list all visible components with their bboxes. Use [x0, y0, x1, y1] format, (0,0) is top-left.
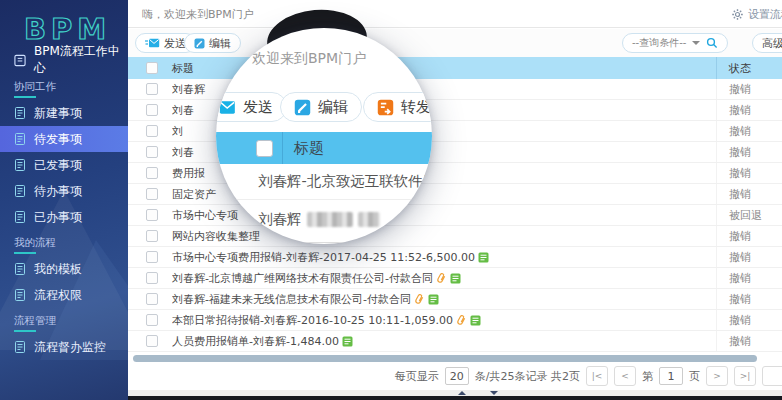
lens-table-header: 标题 [216, 132, 432, 164]
pagination-bar: 每页显示 20 条/共25条记录 共2页 |< < 第 1 页 > >| [128, 363, 782, 389]
first-page-button[interactable]: |< [586, 366, 608, 386]
magnifier-lens: 欢迎来到BPM门户 发送 编辑 [216, 28, 432, 244]
search-icon[interactable] [706, 37, 718, 49]
horizontal-scrollbar[interactable] [133, 355, 757, 362]
lens-greeting-text: 欢迎来到BPM门户 [252, 50, 366, 68]
sidebar-item[interactable]: 流程权限 [0, 282, 128, 308]
row-title[interactable]: 刘春辉-福建未来无线信息技术有限公司-付款合同 [172, 292, 411, 307]
row-status: 撤销 [716, 100, 782, 120]
lens-send-label: 发送 [243, 98, 273, 117]
collapse-down-icon[interactable] [490, 391, 498, 395]
advanced-query-button[interactable]: 高级查询 [752, 33, 782, 53]
row-status: 撤销 [716, 79, 782, 99]
sidebar: BPM BPM流程工作中心 协同工作 新建事项 待发事项 已发事项 待办事项 [0, 0, 128, 400]
edit-button[interactable]: 编辑 [184, 33, 241, 53]
sidebar-item-process-center[interactable]: BPM流程工作中心 [0, 46, 128, 74]
table-row[interactable]: 刘春辉-福建未来无线信息技术有限公司-付款合同 撤销 [128, 289, 782, 310]
clipped-pagination-button[interactable] [762, 366, 782, 386]
collapse-up-icon[interactable] [458, 391, 466, 395]
row-title[interactable]: 刘春 [172, 103, 194, 118]
sidebar-item[interactable]: 待办事项 [0, 178, 128, 204]
row-title[interactable]: 刘 [172, 124, 183, 139]
sidebar-item[interactable]: 我的模板 [0, 256, 128, 282]
row-status: 撤销 [716, 331, 782, 351]
form-icon [450, 273, 461, 284]
table-row[interactable]: 人员费用报销单-刘春辉-1,484.00 撤销 [128, 331, 782, 352]
table-row[interactable]: 刘春辉-北京博越广维网络技术有限责任公司-付款合同 撤销 [128, 268, 782, 289]
gear-icon [732, 9, 743, 20]
row-status: 撤销 [716, 142, 782, 162]
row-checkbox[interactable] [146, 293, 158, 305]
row-checkbox[interactable] [146, 314, 158, 326]
row-title[interactable]: 费用报 [172, 166, 205, 181]
prev-page-button[interactable]: < [614, 366, 636, 386]
row-title[interactable]: 市场中心专项 [172, 208, 238, 223]
sidebar-item[interactable]: 待发事项 [0, 126, 128, 152]
table-row[interactable]: 市场中心专项费用报销-刘春辉-2017-04-25 11:52-6,500.00… [128, 247, 782, 268]
row-checkbox[interactable] [146, 335, 158, 347]
sidebar-item[interactable]: 已办事项 [0, 204, 128, 230]
lens-forward-button: 转发 [363, 92, 432, 122]
sidebar-section-label: 协同工作 [0, 74, 128, 100]
send-icon [145, 38, 160, 48]
table-row[interactable]: 市场中心专项被回退 [128, 205, 782, 226]
sidebar-item-label: 已发事项 [34, 157, 82, 174]
select-all-checkbox[interactable] [146, 62, 158, 74]
next-page-button[interactable]: > [706, 366, 728, 386]
sidebar-item-label: 新建事项 [34, 105, 82, 122]
row-title[interactable]: 市场中心专项费用报销-刘春辉-2017-04-25 11:52-6,500.00 [172, 250, 475, 265]
row-checkbox[interactable] [146, 83, 158, 95]
table-header: 标题 状态 [128, 57, 782, 79]
row-checkbox[interactable] [146, 209, 158, 221]
row-title[interactable]: 人员费用报销单-刘春辉-1,484.00 [172, 334, 339, 349]
row-title[interactable]: 刘春 [172, 145, 194, 160]
row-title[interactable]: 固定资产 [172, 187, 216, 202]
lens-row-title: 刘春辉-北京致远互联软件股 [258, 172, 432, 191]
redacted-text-block [307, 212, 353, 227]
column-header-status: 状态 [716, 57, 782, 79]
document-icon [14, 289, 26, 301]
per-page-input[interactable]: 20 [445, 367, 469, 385]
row-status: 撤销 [716, 163, 782, 183]
document-icon [14, 107, 26, 119]
bpm-logo: BPM [0, 0, 128, 46]
row-title[interactable]: 刘春辉 [172, 82, 205, 97]
sidebar-item[interactable]: 已发事项 [0, 152, 128, 178]
sidebar-item-label: BPM流程工作中心 [34, 43, 128, 77]
advanced-query-label: 高级查询 [762, 36, 782, 51]
sidebar-item[interactable]: 新建事项 [0, 100, 128, 126]
main-panel: 发送 编辑 --查询条件-- 高级查询 [128, 29, 782, 400]
row-checkbox[interactable] [146, 272, 158, 284]
row-checkbox[interactable] [146, 125, 158, 137]
form-icon [470, 315, 481, 326]
lens-send-button: 发送 [216, 92, 287, 122]
table-row[interactable]: 网站内容收集整理撤销 [128, 226, 782, 247]
bpm-portal-window: BPM BPM流程工作中心 协同工作 新建事项 待发事项 已发事项 待办事项 [0, 0, 782, 400]
row-title[interactable]: 网站内容收集整理 [172, 229, 260, 244]
document-icon [14, 185, 26, 197]
sidebar-section-label: 流程管理 [0, 308, 128, 334]
row-title[interactable]: 刘春辉-北京博越广维网络技术有限责任公司-付款合同 [172, 271, 433, 286]
last-page-button[interactable]: >| [734, 366, 756, 386]
row-checkbox[interactable] [146, 167, 158, 179]
page-label-prefix: 第 [642, 369, 653, 384]
row-checkbox[interactable] [146, 230, 158, 242]
query-condition-dropdown[interactable]: --查询条件-- [622, 33, 728, 53]
lens-edit-label: 编辑 [318, 98, 348, 117]
table-row[interactable]: 本部日常招待报销-刘春辉-2016-10-25 10:11-1,059.00 撤… [128, 310, 782, 331]
row-checkbox[interactable] [146, 251, 158, 263]
document-icon [14, 133, 26, 145]
topbar: 嗨，欢迎来到BPM门户 设置流程主题空间 [128, 0, 782, 28]
row-checkbox[interactable] [146, 104, 158, 116]
row-status: 被回退 [716, 205, 782, 225]
row-title[interactable]: 本部日常招待报销-刘春辉-2016-10-25 10:11-1,059.00 [172, 313, 453, 328]
table-row[interactable]: 固定资产撤销 [128, 184, 782, 205]
theme-settings-link[interactable]: 设置流程主题空间 [732, 7, 782, 22]
row-checkbox[interactable] [146, 146, 158, 158]
page-number-input[interactable]: 1 [659, 367, 683, 385]
sidebar-item[interactable]: 流程督办监控 [0, 334, 128, 360]
query-condition-value: --查询条件-- [632, 36, 686, 50]
row-checkbox[interactable] [146, 188, 158, 200]
sidebar-item-label: 待办事项 [34, 183, 82, 200]
sidebar-item-label: 流程权限 [34, 287, 82, 304]
